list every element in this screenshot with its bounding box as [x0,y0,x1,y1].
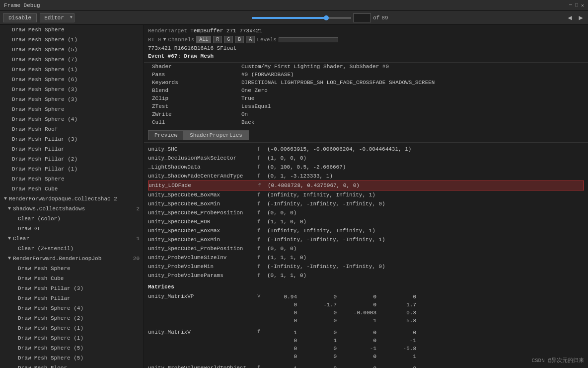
disable-button[interactable]: Disable [3,13,37,22]
sp-name: _LightShadowData [148,163,257,171]
tree-item[interactable]: Draw Mesh Sphere [0,104,144,114]
tree-item[interactable]: Draw Mesh Sphere [0,264,144,274]
matrix-val: 0 [267,353,297,361]
tree-item[interactable]: Draw Mesh Cube [0,274,144,283]
matrix-row: 1000 [267,365,416,368]
tree-item[interactable]: Draw Mesh Sphere (5) [0,353,144,363]
tree-group-label: Clear [13,235,29,243]
tree-item[interactable]: Draw Mesh Roof [0,124,144,134]
matrix-val: 0 [386,365,416,368]
of-label: of [373,15,379,21]
editor-dropdown[interactable]: Editor [40,13,74,22]
tree-item[interactable]: Draw Mesh Pillar [0,144,144,154]
matrix-type: f [257,365,267,368]
render-target-section: RenderTarget TempBuffer 271 773x421 RT 0… [144,25,588,63]
matrix-row: 010-1 [267,337,416,345]
tree-item[interactable]: Draw Mesh Sphere [0,25,144,35]
shader-property-row: unity_SpecCube0_BoxMaxf(Infinity, Infini… [148,190,584,199]
matrix-val: 0 [307,345,337,353]
shader-property-row: unity_ProbeVolumeSizeInvf(1, 1, 1, 0) [148,253,584,262]
tree-item[interactable]: Draw GL [0,224,144,234]
tree-item[interactable]: Draw Mesh Sphere (5) [0,45,144,55]
tree-item[interactable]: Clear (Z+stencil) [0,244,144,254]
tree-item[interactable]: Clear (color) [0,214,144,224]
prop-name: Shader [148,63,237,71]
tree-item[interactable]: Draw Mesh Pillar (3) [0,134,144,144]
frame-slider[interactable] [252,17,351,19]
sp-name: unity_OcclusionMaskSelector [148,154,257,162]
prop-value: #0 (FORWARDBASE) [237,71,584,79]
tree-item[interactable]: Draw Mesh Pillar [0,293,144,303]
left-panel[interactable]: Draw Mesh SphereDraw Mesh Sphere (1)Draw… [0,25,144,368]
matrix-row: 00-1-5.8 [267,345,416,353]
tree-arrow: ▼ [8,205,11,213]
tree-item[interactable]: Draw Mesh Sphere (1) [0,65,144,75]
levels-bar[interactable] [279,37,338,42]
tree-item[interactable]: Draw Mesh Sphere (1) [0,35,144,45]
shader-property-row: _LightShadowDataf(0, 100, 0.5, -2.666667… [148,163,584,172]
sp-type: f [257,154,267,162]
channel-r-btn[interactable]: R [213,36,222,43]
matrix-val: 0 [267,317,297,325]
matrix-val: 0.94 [267,293,297,301]
property-row: KeywordsDIRECTIONAL LIGHTPROBE_SH LOD_FA… [148,79,584,87]
sp-value: (Infinity, Infinity, Infinity, 1) [267,227,584,235]
rt-label: RT 0 [148,37,161,43]
frame-number-input[interactable]: 67 [353,13,371,22]
channel-b-btn[interactable]: B [235,36,244,43]
shader-property-row: unity_ShadowFadeCenterAndTypef(0, 1, -3.… [148,172,584,181]
tree-item[interactable]: Draw Mesh Sphere (7) [0,55,144,65]
sp-value: (-Infinity, -Infinity, -Infinity, 1) [267,236,584,244]
channel-all-btn[interactable]: All [196,36,211,43]
matrix-val: 0 [267,301,297,309]
matrix-name: unity_MatrixVP [148,293,257,299]
tree-item[interactable]: Draw Mesh Sphere (4) [0,303,144,313]
tabs-row: Preview ShaderProperties [144,128,588,143]
right-panel[interactable]: RenderTarget TempBuffer 271 773x421 RT 0… [144,25,588,368]
sp-name: unity_SpecCube0_HDR [148,218,257,226]
channel-g-btn[interactable]: G [224,36,233,43]
property-row: BlendOne Zero [148,87,584,94]
tree-item[interactable]: Draw Mesh Sphere (1) [0,323,144,333]
tree-item[interactable]: Draw Mesh Sphere (2) [0,313,144,323]
properties-table: ShaderCustom/My First Lighting Shader, S… [148,63,584,126]
sp-type: f [257,209,267,217]
channel-a-btn[interactable]: A [246,36,255,43]
tree-item[interactable]: Draw Mesh Sphere (3) [0,85,144,94]
prop-value: On [237,110,584,118]
tree-group-item[interactable]: ▼Shadows.CollectShadows2 [0,204,144,214]
tab-preview[interactable]: Preview [148,130,183,140]
tree-item[interactable]: Draw Mesh Cube [0,184,144,194]
tree-item[interactable]: Draw Mesh Pillar (2) [0,154,144,164]
tree-item[interactable]: Draw Mesh Sphere (6) [0,75,144,85]
matrix-val: 1 [386,353,416,361]
toolbar: Disable Editor ▼ 67 of 89 ◀ ▶ [0,11,588,25]
tree-group-item[interactable]: ▼Clear1 [0,234,144,244]
prev-frame-btn[interactable]: ◀ [566,13,574,22]
matrix-val: -5.8 [386,345,416,353]
tab-shader-properties[interactable]: ShaderProperties [183,130,249,140]
frame-max: 89 [381,15,388,21]
prop-value: Back [237,118,584,126]
tree-item[interactable]: Draw Mesh Sphere (1) [0,333,144,343]
tree-item[interactable]: Draw Mesh Sphere (5) [0,343,144,353]
matrix-val: -1 [347,345,376,353]
tree-item[interactable]: Draw Mesh Sphere (4) [0,114,144,124]
next-frame-btn[interactable]: ▶ [577,13,585,22]
tree-item[interactable]: Draw Mesh Pillar (1) [0,164,144,174]
tree-item[interactable]: Draw Mesh Sphere [0,174,144,184]
tree-item[interactable]: Draw Mesh Sphere (3) [0,94,144,104]
sp-value: (-Infinity, -Infinity, -Infinity, 0) [267,200,584,208]
tree-item[interactable]: Draw Mesh Pillar (3) [0,283,144,293]
matrix-val: 0 [307,365,337,368]
prop-name: ZClip [148,94,237,102]
rt-dropdown-arrow: ▼ [163,37,166,42]
tree-item[interactable]: Draw Mesh Floor [0,363,144,368]
tree-group-item[interactable]: ▼RenderForward.RenderLoopJob20 [0,254,144,264]
minimize-btn[interactable]: ─ [569,2,572,8]
tree-group-item[interactable]: ▼RenderForwardOpaque.CollectShac 2 [0,194,144,204]
dropdown-arrow: ▼ [70,15,73,19]
close-btn[interactable]: ✕ [581,2,584,8]
sp-name: unity_ProbeVolumeSizeInv [148,254,257,262]
maximize-btn[interactable]: □ [575,2,578,8]
